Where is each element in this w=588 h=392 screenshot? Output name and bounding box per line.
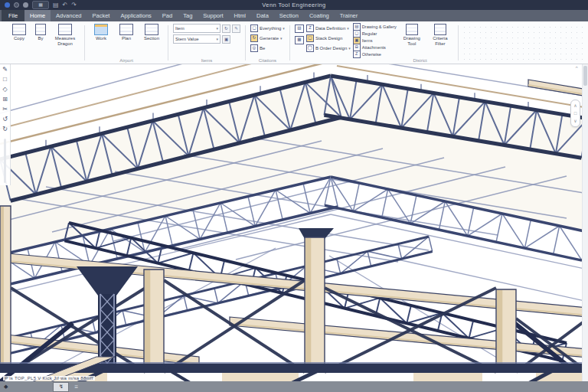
ribbon-separator (458, 25, 459, 60)
stack-design-menu-item[interactable]: ▢ Stack Design (306, 34, 351, 42)
ribbon-tabbar: File Home Advanced Packet Applications P… (0, 10, 588, 21)
ribbon: Copy By Measures Dragon Work Plan (0, 21, 588, 64)
chevron-down-icon: ▾ (216, 37, 218, 41)
data-definition-menu-item[interactable]: Z Data Definition ▾ (306, 24, 351, 32)
tab-coating[interactable]: Coating (304, 10, 335, 21)
rotate-ccw-icon[interactable]: ↺ (2, 116, 8, 123)
model-3d-structure (0, 64, 588, 381)
edit-mini-button[interactable]: ✎ (232, 24, 240, 33)
status-marker-icon: ◆ (4, 384, 8, 390)
plan-button[interactable]: Plan (115, 24, 138, 41)
tab-html[interactable]: Html (229, 10, 251, 21)
model-viewport[interactable]: ✎ □ ◇ ⊞ ✂ ↺ ↻ ∧ □ ∨ ⌃ P is TOP_PL5 V Kic… (0, 64, 588, 381)
group-label-citations: Citations (246, 58, 289, 63)
criteria-filter-button[interactable]: Criteria Filter (427, 24, 453, 46)
ribbon-group-airport: Work Plan Section Airport (85, 23, 168, 63)
tab-pad[interactable]: Pad (157, 10, 178, 21)
scrollbar-thumb[interactable] (583, 66, 587, 86)
cut-tool-icon[interactable]: ✂ (2, 106, 8, 113)
drawing-tool-button[interactable]: Drawing Tool (399, 24, 425, 46)
list-status-icon[interactable]: ≡ (74, 384, 78, 390)
window-control-1[interactable] (5, 2, 10, 8)
items-menu-item[interactable]: ▣ Items (353, 38, 397, 44)
ribbon-group-clipboard: Copy By Measures Dragon (3, 23, 84, 63)
z-icon: Z (353, 51, 361, 58)
section-button[interactable]: Section (140, 24, 163, 41)
chevron-down-icon: ▾ (347, 26, 349, 31)
measures-dragon-button[interactable]: Measures Dragon (51, 24, 80, 46)
redo-icon[interactable]: ↷ (71, 0, 77, 10)
grid-tool-icon[interactable]: ⊞ (2, 96, 8, 103)
window-control-3[interactable] (23, 2, 28, 8)
page-icon: ▢ (250, 24, 258, 32)
copy-button[interactable]: Copy (8, 24, 31, 41)
grid-icon[interactable]: ▦ (295, 36, 304, 44)
work-button[interactable]: Work (90, 24, 113, 41)
drawing-tool-icon (406, 24, 418, 35)
save-icon[interactable]: ▤ (53, 0, 59, 10)
refresh-mini-button[interactable]: ↻ (222, 24, 230, 33)
group-label-airport: Airport (85, 58, 168, 63)
window-title: Venn Tool Engineering (0, 2, 588, 8)
search-icon: ◎ (250, 44, 258, 52)
view-nav-widget: ∧ □ ∨ (570, 100, 580, 127)
snap-toggle-button[interactable]: ↯ (53, 382, 69, 392)
section-icon (145, 24, 158, 35)
tab-trainer[interactable]: Trainer (335, 10, 363, 21)
titlebar: ▦ ▤ ↶ ↷ Venn Tool Engineering (0, 0, 588, 10)
collapse-caret-icon[interactable]: ⌃ (574, 66, 579, 72)
attachments-menu-item[interactable]: ⊟ Attachments (353, 44, 397, 51)
box-tool-icon[interactable]: □ (3, 76, 7, 83)
chevron-down-icon: ▾ (348, 46, 351, 51)
tab-section[interactable]: Section (274, 10, 304, 21)
vertical-scrollbar[interactable] (582, 64, 588, 381)
ribbon-group-district: ▤ ▦ Z Data Definition ▾ ▢ Stack Design ◯… (290, 23, 458, 63)
window-control-2[interactable] (14, 2, 19, 8)
ribbon-empty-area (462, 24, 585, 61)
fill-mini-button[interactable]: ▣ (222, 35, 230, 44)
nav-down-icon[interactable]: ∨ (573, 119, 577, 123)
refresh-icon: ↻ (250, 34, 258, 42)
printer-icon[interactable]: ▤ (295, 24, 304, 33)
draw-tool-icon[interactable]: ✎ (2, 66, 8, 74)
ribbon-group-items: Item ▾ ↻ ✎ Stem Value ▾ ▣ Items (168, 23, 245, 63)
node-tool-icon[interactable]: ◇ (2, 86, 7, 93)
command-status-text: P is TOP_PL5 V Kick Jif wa m/sa 88mff (3, 376, 95, 381)
ribbon-group-citations: ▢ Everything ▾ ↻ Generate ▾ ◎ Be Citatio… (246, 23, 289, 63)
criteria-filter-icon (434, 24, 446, 35)
b-order-design-menu-item[interactable]: ◯ B Order Design ▾ (306, 44, 351, 52)
undo-icon[interactable]: ↶ (63, 0, 68, 10)
otherwise-menu-item[interactable]: Z Otherwise (353, 51, 397, 57)
viewport-left-toolbar: ✎ □ ◇ ⊞ ✂ ↺ ↻ (0, 64, 11, 185)
rotate-cw-icon[interactable]: ↻ (2, 126, 8, 133)
item-dropdown[interactable]: Item ▾ (173, 24, 220, 33)
drawing-gallery-menu-item[interactable]: ▤ Drawing & Gallery (353, 24, 397, 30)
statusbar: ◆ ↯ ≡ (0, 381, 588, 392)
stem-value-dropdown[interactable]: Stem Value ▾ (173, 34, 220, 44)
regular-menu-item[interactable]: ▢ Regular (353, 31, 397, 37)
tab-data[interactable]: Data (251, 10, 274, 21)
box-icon: ▢ (306, 34, 314, 42)
work-icon (94, 24, 108, 35)
tab-applications[interactable]: Applications (115, 10, 156, 21)
tab-home[interactable]: Home (24, 10, 51, 21)
app-icon[interactable]: ▦ (32, 1, 49, 9)
circle-icon: ◯ (306, 44, 314, 52)
tab-advanced[interactable]: Advanced (51, 10, 87, 21)
chevron-down-icon: ▾ (216, 26, 218, 31)
copy-icon (12, 24, 26, 35)
nav-home-icon[interactable]: □ (574, 111, 577, 116)
generate-menu-item[interactable]: ↻ Generate ▾ (250, 34, 285, 42)
be-menu-item[interactable]: ◎ Be (250, 44, 285, 52)
chevron-down-icon: ▾ (283, 26, 285, 31)
toolbar-divider (4, 139, 6, 183)
tab-tag[interactable]: Tag (178, 10, 198, 21)
by-button[interactable]: By (33, 24, 48, 41)
nav-up-icon[interactable]: ∧ (573, 103, 577, 108)
tab-packet[interactable]: Packet (87, 10, 115, 21)
everything-menu-item[interactable]: ▢ Everything ▾ (250, 24, 285, 32)
tab-support[interactable]: Support (198, 10, 228, 21)
chevron-down-icon: ▾ (280, 36, 283, 41)
arrow-icon (35, 24, 46, 35)
tab-file[interactable]: File (2, 10, 24, 21)
